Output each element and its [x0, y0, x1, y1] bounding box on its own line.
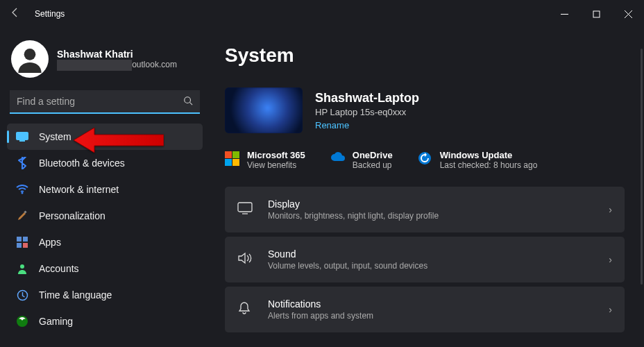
system-icon — [15, 130, 29, 144]
nav-list: System Bluetooth & devices Network & int… — [7, 124, 203, 335]
search-box[interactable] — [10, 90, 200, 114]
nav-item-time-language[interactable]: Time & language — [7, 282, 203, 308]
status-sub: View benefits — [247, 160, 305, 170]
status-microsoft365[interactable]: Microsoft 365 View benefits — [225, 150, 305, 170]
nav-label: Gaming — [39, 316, 73, 327]
globe-clock-icon — [15, 288, 29, 302]
svg-point-4 — [24, 49, 36, 60]
scrollbar[interactable] — [641, 49, 643, 285]
status-row: Microsoft 365 View benefits OneDrive Bac… — [225, 150, 625, 170]
back-button[interactable] — [10, 7, 26, 21]
update-icon — [418, 151, 433, 167]
status-windows-update[interactable]: Windows Update Last checked: 8 hours ago — [418, 150, 538, 170]
card-title: Sound — [268, 248, 427, 260]
nav-label: Apps — [39, 237, 61, 248]
onedrive-icon — [330, 151, 346, 167]
nav-item-network[interactable]: Network & internet — [7, 176, 203, 203]
svg-point-9 — [22, 192, 24, 194]
svg-rect-19 — [238, 203, 252, 212]
nav-item-personalization[interactable]: Personalization — [7, 203, 203, 229]
nav-label: Bluetooth & devices — [39, 158, 125, 169]
svg-rect-11 — [17, 237, 22, 242]
chevron-right-icon: › — [609, 254, 612, 265]
page-title: System — [225, 44, 625, 67]
chevron-right-icon: › — [609, 304, 612, 315]
device-row: Shashwat-Laptop HP Laptop 15s-eq0xxx Ren… — [225, 87, 625, 133]
nav-item-apps[interactable]: Apps — [7, 229, 203, 255]
svg-point-5 — [185, 97, 191, 103]
avatar — [11, 40, 49, 78]
status-title: Microsoft 365 — [247, 150, 305, 160]
window-title: Settings — [35, 9, 65, 19]
device-name: Shashwat-Laptop — [315, 91, 419, 105]
rename-link[interactable]: Rename — [315, 120, 419, 130]
card-title: Display — [268, 198, 439, 210]
card-title: Notifications — [268, 298, 373, 310]
close-button[interactable] — [612, 0, 644, 28]
search-input[interactable] — [10, 90, 200, 114]
status-sub: Backed up — [353, 160, 393, 170]
nav-item-accounts[interactable]: Accounts — [7, 255, 203, 282]
svg-point-15 — [20, 264, 24, 269]
settings-cards: Display Monitors, brightness, night ligh… — [225, 187, 625, 332]
status-title: OneDrive — [353, 150, 393, 160]
bluetooth-icon — [15, 156, 29, 170]
gaming-icon — [15, 314, 29, 328]
nav-label: System — [39, 131, 71, 142]
nav-label: Time & language — [39, 289, 112, 301]
card-sub: Monitors, brightness, night light, displ… — [268, 211, 439, 221]
nav-item-bluetooth[interactable]: Bluetooth & devices — [7, 150, 203, 176]
card-sub: Alerts from apps and system — [268, 311, 373, 321]
svg-rect-7 — [16, 132, 28, 140]
nav-label: Accounts — [39, 263, 79, 274]
minimize-button[interactable] — [548, 0, 580, 28]
bell-icon — [237, 301, 254, 319]
device-model: HP Laptop 15s-eq0xxx — [315, 107, 419, 117]
search-icon — [183, 96, 193, 108]
card-sound[interactable]: Sound Volume levels, output, input, soun… — [225, 237, 625, 282]
svg-rect-8 — [19, 140, 25, 142]
card-notifications[interactable]: Notifications Alerts from apps and syste… — [225, 287, 625, 332]
svg-rect-13 — [17, 243, 22, 248]
status-title: Windows Update — [440, 150, 538, 160]
card-display[interactable]: Display Monitors, brightness, night ligh… — [225, 187, 625, 232]
status-sub: Last checked: 8 hours ago — [440, 160, 538, 170]
nav-item-gaming[interactable]: Gaming — [7, 308, 203, 335]
sidebar: Shashwat Khatri xxxxxxxxxxxxxxxx@outlook… — [0, 28, 208, 347]
svg-rect-14 — [23, 243, 28, 248]
card-sub: Volume levels, output, input, sound devi… — [268, 261, 427, 271]
profile-name: Shashwat Khatri — [57, 49, 177, 60]
svg-rect-12 — [23, 237, 28, 242]
apps-icon — [15, 235, 29, 249]
paintbrush-icon — [15, 209, 29, 223]
wifi-icon — [15, 183, 29, 196]
sound-icon — [237, 252, 254, 268]
main-content: System Shashwat-Laptop HP Laptop 15s-eq0… — [208, 28, 644, 347]
display-icon — [237, 202, 254, 218]
microsoft-icon — [225, 151, 240, 167]
chevron-right-icon: › — [609, 204, 612, 215]
nav-label: Network & internet — [39, 184, 119, 195]
email-redaction — [57, 60, 132, 71]
status-onedrive[interactable]: OneDrive Backed up — [330, 150, 393, 170]
person-icon — [15, 262, 29, 276]
titlebar: Settings — [0, 0, 644, 28]
nav-label: Personalization — [39, 210, 105, 221]
svg-rect-1 — [593, 11, 600, 17]
profile-block[interactable]: Shashwat Khatri xxxxxxxxxxxxxxxx@outlook… — [11, 40, 198, 78]
profile-email: xxxxxxxxxxxxxxxx@outlook.com — [57, 60, 177, 69]
svg-line-6 — [190, 103, 193, 105]
window-controls — [548, 0, 644, 28]
nav-item-system[interactable]: System — [7, 124, 203, 150]
maximize-button[interactable] — [580, 0, 612, 28]
device-thumbnail[interactable] — [225, 87, 303, 133]
